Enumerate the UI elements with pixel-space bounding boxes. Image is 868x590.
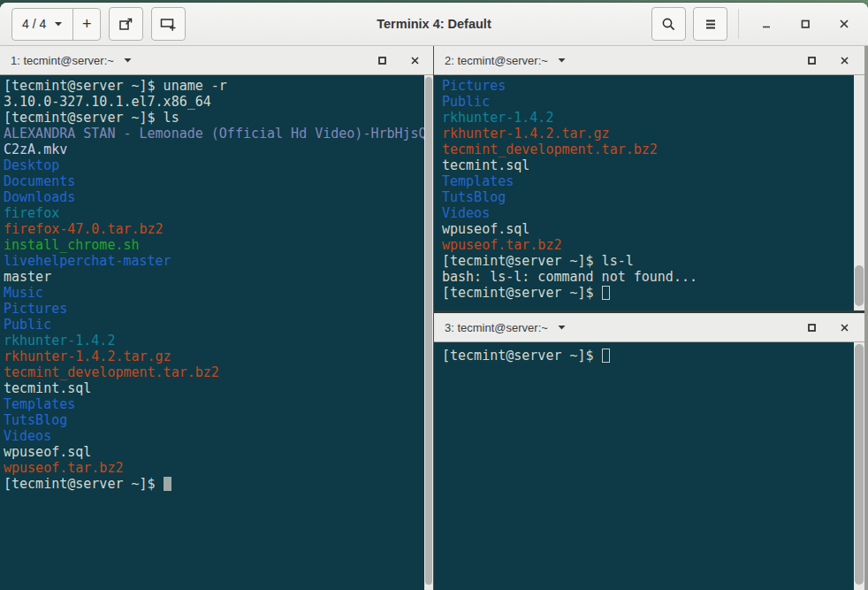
titlebar-left-controls: 4 / 4 +	[11, 7, 186, 41]
caret-down-icon[interactable]	[558, 325, 566, 330]
close-icon	[838, 18, 850, 30]
pane-1-scrollbar[interactable]	[424, 75, 433, 590]
pane-3-header-icons	[805, 321, 856, 333]
pane-close-button[interactable]	[408, 54, 421, 66]
pane-maximize-button[interactable]	[376, 54, 388, 66]
pane-area: 1: tecmint@server:~	[0, 46, 868, 590]
split-terminal-right-icon	[118, 17, 133, 32]
pane-3-header[interactable]: 3: tecmint@server:~	[434, 313, 868, 342]
pane-maximize-button[interactable]	[805, 54, 818, 66]
terminal-line: Music	[4, 285, 433, 301]
session-switcher-button[interactable]: 4 / 4	[12, 9, 73, 40]
pane-close-icon	[840, 56, 849, 65]
minimize-button[interactable]	[753, 11, 780, 37]
terminal-line: rkhunter-1.4.2.tar.gz	[442, 126, 868, 142]
terminal-line: [tecmint@server ~]$	[4, 476, 433, 492]
terminal-line: TutsBlog	[4, 412, 433, 428]
pane-close-button[interactable]	[838, 54, 850, 66]
window-right-edge	[864, 46, 868, 590]
terminal-line: firefox-47.0.tar.bz2	[4, 221, 433, 237]
pane-2-title: 2: tecmint@server:~	[445, 54, 548, 67]
terminal-line: Videos	[4, 428, 433, 444]
terminal-line: Videos	[442, 205, 868, 221]
terminal-pane-3: 3: tecmint@server:~	[434, 313, 868, 590]
terminal-line: wpuseof.tar.bz2	[442, 237, 868, 253]
caret-down-icon[interactable]	[124, 57, 132, 63]
pane-close-icon	[410, 56, 420, 65]
pane-3-scrollbar-thumb[interactable]	[855, 344, 864, 585]
pane-maximize-icon	[807, 56, 817, 65]
terminal-line: wpuseof.sql	[442, 221, 868, 237]
terminal-screen-1[interactable]: [tecmint@server ~]$ uname -r3.10.0-327.1…	[0, 75, 433, 590]
terminal-line: rkhunter-1.4.2	[442, 110, 868, 126]
terminal-line: Documents	[4, 173, 433, 189]
split-down-button[interactable]	[151, 7, 186, 41]
terminal-line: tecmint.sql	[4, 380, 433, 396]
maximize-button[interactable]	[792, 11, 819, 37]
terminal-cursor	[602, 286, 610, 300]
terminal-line: livehelperchat-master	[4, 253, 433, 269]
pane-2-scrollbar-thumb[interactable]	[855, 265, 864, 306]
split-right-button[interactable]	[109, 7, 143, 41]
terminal-line: firefox	[4, 205, 433, 221]
pane-maximize-icon	[807, 323, 817, 333]
add-session-button[interactable]: +	[73, 9, 100, 40]
terminal-line: TutsBlog	[442, 189, 868, 205]
terminal-line: ALEXANDRA STAN - Lemonade (Official Hd V…	[4, 126, 433, 142]
pane-2-header-icons	[805, 54, 856, 66]
close-button[interactable]	[831, 11, 857, 37]
pane-maximize-button[interactable]	[805, 321, 818, 333]
pane-3-title: 3: tecmint@server:~	[445, 321, 548, 334]
pane-2-header[interactable]: 2: tecmint@server:~	[434, 46, 868, 75]
terminal-line: [tecmint@server ~]$ uname -r	[4, 78, 433, 94]
terminal-line: [tecmint@server ~]$ ls	[4, 110, 433, 126]
session-button-group: 4 / 4 +	[11, 8, 101, 41]
search-button[interactable]	[651, 7, 686, 41]
terminal-pane-1: 1: tecmint@server:~	[0, 46, 433, 590]
terminal-line: Pictures	[442, 78, 868, 94]
pane-1-header[interactable]: 1: tecmint@server:~	[0, 46, 433, 75]
terminal-line: install_chrome.sh	[4, 237, 433, 253]
pane-3-scrollbar[interactable]	[854, 342, 864, 590]
split-terminal-down-icon	[160, 18, 177, 31]
caret-down-icon[interactable]	[558, 57, 566, 63]
search-icon	[661, 17, 676, 32]
terminal-pane-2: 2: tecmint@server:~	[434, 46, 868, 310]
pane-2-scrollbar[interactable]	[854, 75, 864, 310]
hamburger-menu-icon	[704, 19, 717, 30]
terminal-line: master	[4, 269, 433, 285]
terminal-screen-2[interactable]: PicturesPublicrkhunter-1.4.2rkhunter-1.4…	[434, 75, 868, 310]
window-controls-separator	[738, 9, 739, 39]
terminal-line: C2zA.mkv	[4, 142, 433, 157]
titlebar[interactable]: 4 / 4 +	[0, 3, 868, 46]
terminal-line: rkhunter-1.4.2.tar.gz	[4, 349, 433, 364]
terminal-line: tecmint_development.tar.bz2	[4, 364, 433, 380]
terminal-line: Templates	[442, 173, 868, 189]
terminal-line: bash: ls-l: command not found...	[442, 269, 868, 285]
desktop: { "window": { "title": "Terminix 4: Defa…	[0, 0, 868, 590]
terminal-line: Templates	[4, 396, 433, 412]
terminal-line: [tecmint@server ~]$ ls-l	[442, 253, 868, 269]
pane-close-button[interactable]	[838, 321, 850, 333]
menu-button[interactable]	[693, 7, 727, 41]
terminal-line: Downloads	[4, 189, 433, 205]
caret-down-icon	[54, 21, 63, 27]
right-column: 2: tecmint@server:~	[434, 46, 868, 590]
pane-1-scrollbar-thumb[interactable]	[425, 77, 432, 585]
pane-close-icon	[840, 323, 849, 333]
terminal-line: 3.10.0-327.10.1.el7.x86_64	[4, 94, 433, 110]
pane-1-header-icons	[376, 54, 421, 66]
terminal-line: Public	[4, 317, 433, 333]
titlebar-right-controls	[651, 7, 857, 41]
terminal-line: tecmint_development.tar.bz2	[442, 142, 868, 157]
terminix-window: 4 / 4 +	[0, 3, 868, 590]
maximize-icon	[799, 18, 811, 30]
terminal-line: Pictures	[4, 301, 433, 317]
pane-maximize-icon	[377, 56, 387, 65]
terminal-line: Public	[442, 94, 868, 110]
terminal-screen-3[interactable]: [tecmint@server ~]$	[434, 342, 868, 590]
terminal-line: tecmint.sql	[442, 157, 868, 173]
minimize-icon	[760, 18, 773, 30]
terminal-line: rkhunter-1.4.2	[4, 333, 433, 349]
pane-1-title: 1: tecmint@server:~	[11, 54, 114, 67]
